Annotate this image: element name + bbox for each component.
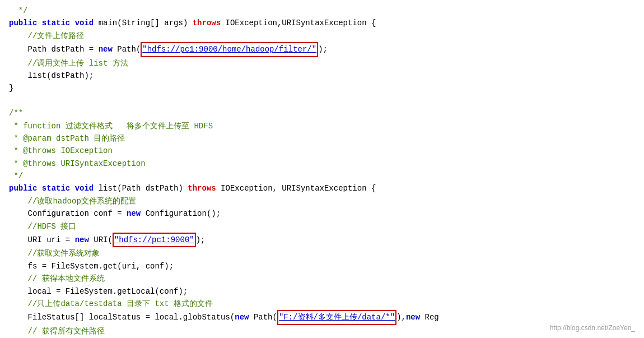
code-text: IOException,URISyntaxException { (221, 17, 376, 29)
highlighted-string-3: "F:/资料/多文件上传/data/*" (277, 310, 396, 325)
code-text (70, 17, 74, 29)
code-text: new (75, 234, 89, 246)
code-line-9: /** (0, 107, 644, 119)
code-comment: */ (9, 170, 23, 182)
code-text: Configuration(); (141, 207, 221, 220)
code-line-21: fs = FileSystem.get(uri, conf); (0, 260, 644, 272)
code-text: ( (136, 43, 141, 55)
code-line-17: Configuration conf = new Configuration()… (0, 207, 644, 220)
code-line-19: URI uri = new URI("hdfs://pc1:9000"); (0, 233, 644, 247)
code-text (9, 95, 13, 107)
code-comment: //读取hadoop文件系统的配置 (9, 195, 136, 207)
code-comment: //HDFS 接口 (9, 220, 76, 233)
highlighted-string-2: "hdfs://pc1:9000" (113, 233, 196, 247)
code-text: static (42, 17, 70, 29)
code-text: Path (113, 43, 136, 55)
code-text: URI (89, 234, 108, 246)
code-text: ( (108, 234, 112, 246)
code-text: static (42, 182, 70, 195)
code-line-12: * @throws IOException (0, 145, 644, 157)
code-line-14: */ (0, 170, 644, 182)
code-line-7: } (0, 82, 644, 94)
code-text: */ (9, 4, 28, 17)
code-line-10: * function 过滤文件格式 将多个文件上传至 HDFS (0, 120, 644, 132)
code-text: } (9, 82, 13, 94)
code-comment: * @throws IOException (9, 145, 113, 157)
code-line-25: FileStatus[] localStatus = local.globSta… (0, 310, 644, 325)
code-text: URI uri = (9, 234, 75, 246)
code-comment: //调用文件上传 list 方法 (9, 57, 128, 70)
code-line-13: * @throws URISyntaxException (0, 158, 644, 170)
code-text: new (127, 207, 141, 220)
code-text: public (9, 182, 37, 195)
code-text: list(Path dstPath) (94, 182, 188, 195)
code-text: ); (196, 234, 206, 246)
hdfs-url-2: "hdfs://pc1:9000" (114, 235, 194, 244)
code-comment: * function 过滤文件格式 将多个文件上传至 HDFS (9, 120, 213, 132)
code-line-16: //读取hadoop文件系统的配置 (0, 195, 644, 207)
code-comment: // 获得本地文件系统 (9, 272, 105, 285)
code-text: main(String[] args) (94, 17, 192, 29)
code-text (70, 182, 74, 195)
code-text: FileStatus[] localStatus = local.globSta… (9, 311, 235, 323)
code-text: Configuration conf = (9, 207, 127, 220)
code-comment: //只上传data/testdata 目录下 txt 格式的文件 (9, 298, 213, 310)
code-comment: /** (9, 107, 23, 119)
code-text: public (9, 17, 37, 29)
code-text: fs = FileSystem.get(uri, conf); (9, 260, 174, 272)
watermark: http://blog.csdn.net/ZoeYen_ (550, 323, 635, 334)
code-line-1: */ (0, 4, 644, 17)
code-comment: * @throws URISyntaxException (9, 158, 146, 170)
code-text: Path dstPath = (9, 43, 99, 55)
throws-keyword-2: throws (188, 182, 216, 195)
code-line-11: * @param dstPath 目的路径 (0, 132, 644, 145)
code-comment: // 获得所有文件路径 (9, 325, 105, 337)
code-line-3: //文件上传路径 (0, 30, 644, 42)
hdfs-url-1: "hdfs://pc1:9000/home/hadoop/filter/" (142, 45, 316, 54)
code-text: new (99, 43, 113, 55)
code-line-26: // 获得所有文件路径 (0, 325, 644, 337)
code-comment: * @param dstPath 目的路径 (9, 132, 125, 145)
code-text: ), (396, 311, 406, 323)
code-line-24: //只上传data/testdata 目录下 txt 格式的文件 (0, 298, 644, 310)
code-text: local = FileSystem.getLocal(conf); (9, 285, 188, 298)
highlighted-string-1: "hdfs://pc1:9000/home/hadoop/filter/" (141, 42, 318, 57)
code-text: Path (249, 311, 272, 323)
code-viewer: */ public static void main(String[] args… (0, 0, 644, 338)
code-text: new (406, 311, 420, 323)
code-line-2: public static void main(String[] args) t… (0, 17, 644, 29)
throws-keyword: throws (193, 17, 221, 29)
code-line-23: local = FileSystem.getLocal(conf); (0, 285, 644, 298)
watermark-text: http://blog.csdn.net/ZoeYen_ (550, 324, 635, 332)
code-line-5: //调用文件上传 list 方法 (0, 57, 644, 70)
code-comment: //文件上传路径 (9, 30, 84, 42)
code-text: ( (273, 311, 277, 323)
code-line-15: public static void list(Path dstPath) th… (0, 182, 644, 195)
code-text: list(dstPath); (9, 70, 94, 82)
code-line-6: list(dstPath); (0, 70, 644, 82)
code-line-4: Path dstPath = new Path("hdfs://pc1:9000… (0, 42, 644, 57)
local-path: "F:/资料/多文件上传/data/*" (279, 313, 395, 322)
code-text: IOException, URISyntaxException { (216, 182, 376, 195)
code-comment: //获取文件系统对象 (9, 247, 100, 260)
code-text (37, 182, 41, 195)
code-line-8 (0, 95, 644, 107)
code-text: Reg (420, 311, 439, 323)
code-text: new (235, 311, 249, 323)
code-line-22: // 获得本地文件系统 (0, 272, 644, 285)
code-text: ); (318, 43, 328, 55)
code-text: void (75, 17, 94, 29)
code-line-18: //HDFS 接口 (0, 220, 644, 233)
code-line-20: //获取文件系统对象 (0, 247, 644, 260)
code-text: void (75, 182, 94, 195)
code-text (37, 17, 41, 29)
